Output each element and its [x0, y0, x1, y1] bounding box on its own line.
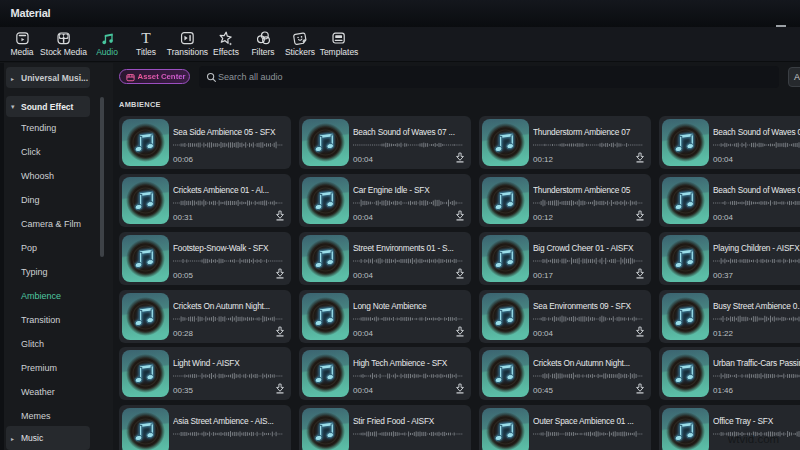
- svg-text:T: T: [141, 31, 151, 45]
